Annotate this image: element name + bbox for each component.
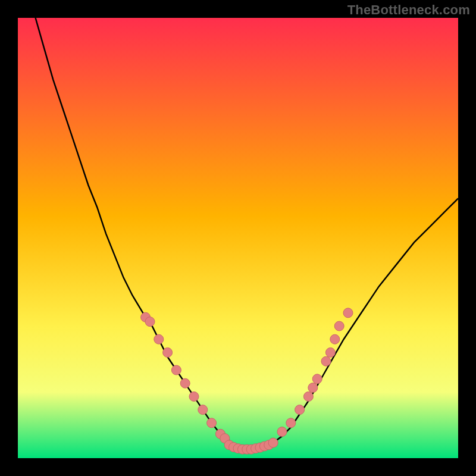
data-dot [171,365,181,375]
data-dot [145,317,155,327]
data-dot [163,347,173,357]
data-dot [154,334,164,344]
data-dot [330,334,340,344]
bottleneck-chart [18,18,458,458]
data-dot [295,405,305,415]
data-dot [325,347,335,357]
watermark-text: TheBottleneck.com [347,2,470,18]
data-dot [321,356,331,366]
plot-area [18,18,458,458]
data-dot [180,378,190,388]
data-dot [207,418,217,428]
data-dot [312,374,322,384]
gradient-background [18,18,458,458]
data-dot [334,321,344,331]
chart-container: TheBottleneck.com [0,0,476,476]
data-dot [303,392,313,401]
data-dot [286,418,296,428]
data-dot [343,308,353,318]
data-dot [268,438,278,447]
data-dot [277,427,287,437]
data-dot [189,392,199,401]
data-dot [308,383,318,393]
data-dot [198,405,208,415]
